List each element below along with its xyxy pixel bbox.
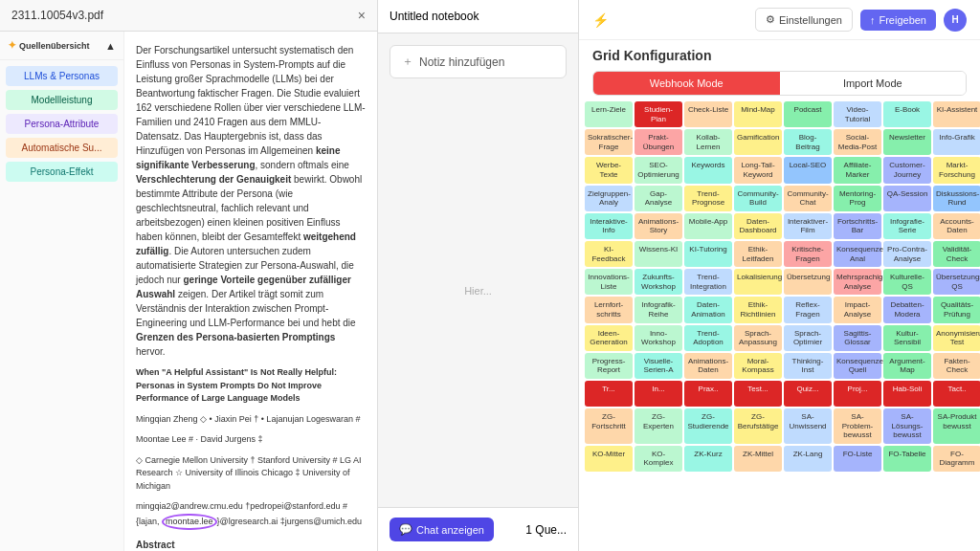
grid-cell[interactable]: Blog-Beitrag [784, 129, 832, 155]
source-chip[interactable]: LLMs & Personas [6, 66, 118, 86]
grid-cell[interactable]: Konsequenzen-Quell [834, 353, 881, 379]
grid-cell[interactable]: FO-Liste [834, 446, 881, 472]
grid-cell[interactable]: Ethik-Richtlinien [734, 297, 782, 322]
grid-cell[interactable]: Sagittis-Glossar [834, 325, 881, 351]
grid-cell[interactable]: Prax.. [684, 381, 732, 407]
grid-cell[interactable]: Innovations-Liste [585, 269, 633, 295]
grid-cell[interactable]: Zielgruppen-Analy [585, 186, 633, 211]
grid-cell[interactable]: Newsletter [883, 129, 931, 155]
grid-cell[interactable]: E-Book [883, 101, 931, 127]
grid-cell[interactable]: KO-Mitter [585, 446, 633, 472]
grid-cell[interactable]: Social-Media-Post [834, 129, 881, 155]
grid-cell[interactable]: Inno-Workshop [635, 325, 682, 351]
share-button[interactable]: ↑ Freigeben [860, 10, 936, 31]
grid-cell[interactable]: SEO-Optimierung [635, 157, 682, 183]
grid-cell[interactable]: Trend-Integration [684, 269, 732, 295]
grid-cell[interactable]: Fakten-Check [933, 353, 980, 379]
grid-cell[interactable]: Keywords [684, 157, 732, 183]
grid-cell[interactable]: Progress-Report [585, 353, 633, 379]
grid-cell[interactable]: Mind-Map [734, 101, 782, 127]
grid-cell[interactable]: Podcast [784, 101, 832, 127]
grid-cell[interactable]: Lernfort-schritts [585, 297, 633, 322]
grid-cell[interactable]: Community-Build [734, 186, 782, 211]
grid-cell[interactable]: Anonymisierungs-Test [933, 325, 980, 351]
grid-cell[interactable]: Gamification [734, 129, 782, 155]
grid-cell[interactable]: KI-Assistent [933, 101, 980, 127]
grid-cell[interactable]: Pro-Contra-Analyse [883, 241, 931, 267]
grid-cell[interactable]: Interaktiver-Film [784, 213, 832, 239]
grid-cell[interactable]: Konsequenzen-Anal [834, 241, 881, 267]
grid-cell[interactable]: Ethik-Leitfaden [734, 241, 782, 267]
grid-cell[interactable]: Sprach-Optimier [784, 325, 832, 351]
grid-cell[interactable]: Customer-Journey [883, 157, 931, 183]
grid-cell[interactable]: Info-Grafik [933, 129, 980, 155]
source-chip[interactable]: Persona-Attribute [6, 114, 118, 134]
grid-cell[interactable]: ZG-Experten [635, 408, 682, 444]
pdf-close-button[interactable]: × [358, 8, 366, 23]
grid-cell[interactable]: Animations-Daten [684, 353, 732, 379]
grid-cell[interactable]: Moral-Kompass [734, 353, 782, 379]
grid-cell[interactable]: Visuelle-Serien-A [635, 353, 682, 379]
grid-cell[interactable]: QA-Session [883, 186, 931, 211]
grid-cell[interactable]: FO-Diagramm [933, 446, 980, 472]
grid-cell[interactable]: Affiliate-Marker [834, 157, 881, 183]
grid-cell[interactable]: Wissens-KI [635, 241, 682, 267]
grid-cell[interactable]: Werbe-Texte [585, 157, 633, 183]
grid-cell[interactable]: KI-Tutoring [684, 241, 732, 267]
grid-cell[interactable]: Prakt-Übungen [635, 129, 682, 155]
source-chip[interactable]: Modellleistung [6, 90, 118, 110]
grid-cell[interactable]: Community-Chat [784, 186, 832, 211]
grid-cell[interactable]: Fortschritts-Bar [834, 213, 881, 239]
grid-cell[interactable]: Studien-Plan [635, 101, 682, 127]
chat-button[interactable]: 💬 Chat anzeigen [390, 518, 494, 541]
webhook-mode-button[interactable]: Webhook Mode [593, 72, 780, 95]
grid-cell[interactable]: Qualitäts-Prüfung [933, 297, 980, 322]
add-note-button[interactable]: ＋ Notiz hinzufügen [390, 45, 567, 78]
grid-cell[interactable]: Diskussions-Rund [933, 186, 980, 211]
grid-cell[interactable]: Kultur-Sensibil [883, 325, 931, 351]
grid-cell[interactable]: Sprach-Anpassung [734, 325, 782, 351]
grid-cell[interactable]: Reflex-Fragen [784, 297, 832, 322]
grid-cell[interactable]: Mehrsprachig-Analyse [834, 269, 881, 295]
grid-cell[interactable]: Debatten-Modera [883, 297, 931, 322]
grid-cell[interactable]: ZK-Kurz [684, 446, 732, 472]
grid-cell[interactable]: SA-Produkt bewusst [933, 408, 980, 444]
grid-cell[interactable]: Gap-Analyse [635, 186, 682, 211]
grid-cell[interactable]: Ideen-Generation [585, 325, 633, 351]
grid-cell[interactable]: Mentoring-Prog [834, 186, 881, 211]
source-chip[interactable]: Automatische Su... [6, 138, 118, 158]
grid-cell[interactable]: Infografie-Serie [883, 213, 931, 239]
grid-cell[interactable]: Video-Tutorial [834, 101, 881, 127]
grid-cell[interactable]: Hab-Soli [883, 381, 931, 407]
grid-cell[interactable]: In... [635, 381, 682, 407]
grid-cell[interactable]: Infografik-Reihe [635, 297, 682, 322]
grid-cell[interactable]: Mobile-App [684, 213, 732, 239]
grid-cell[interactable]: Proj... [834, 381, 881, 407]
grid-cell[interactable]: Impact-Analyse [834, 297, 881, 322]
grid-cell[interactable]: Quiz... [784, 381, 832, 407]
grid-cell[interactable]: KO-Komplex [635, 446, 682, 472]
grid-cell[interactable]: Long-Tail-Keyword [734, 157, 782, 183]
grid-cell[interactable]: Tact.. [933, 381, 980, 407]
grid-cell[interactable]: SA-Unwissend [784, 408, 832, 444]
grid-cell[interactable]: Übersetzungs-QS [933, 269, 980, 295]
grid-cell[interactable]: ZG-Fortschritt [585, 408, 633, 444]
grid-cell[interactable]: Thinking-Inst [784, 353, 832, 379]
source-chip[interactable]: Persona-Effekt [6, 162, 118, 182]
grid-cell[interactable]: Tr... [585, 381, 633, 407]
grid-cell[interactable]: Daten-Animation [684, 297, 732, 322]
grid-cell[interactable]: Übersetzung [784, 269, 832, 295]
grid-cell[interactable]: Local-SEO [784, 157, 832, 183]
grid-cell[interactable]: Sokratischer-Frage [585, 129, 633, 155]
grid-cell[interactable]: SA-Problem-bewusst [834, 408, 881, 444]
grid-cell[interactable]: Test... [734, 381, 782, 407]
collapse-icon[interactable]: ▲ [105, 40, 116, 52]
grid-cell[interactable]: ZG-Berufstätige [734, 408, 782, 444]
grid-cell[interactable]: Accounts-Daten [933, 213, 980, 239]
grid-cell[interactable]: Lern-Ziele [585, 101, 633, 127]
grid-cell[interactable]: ZK-Mittel [734, 446, 782, 472]
settings-button[interactable]: ⚙ Einstellungen [755, 8, 853, 32]
grid-cell[interactable]: Kulturelle-QS [883, 269, 931, 295]
grid-cell[interactable]: SA-Lösungs-bewusst [883, 408, 931, 444]
grid-cell[interactable]: Daten-Dashboard [734, 213, 782, 239]
